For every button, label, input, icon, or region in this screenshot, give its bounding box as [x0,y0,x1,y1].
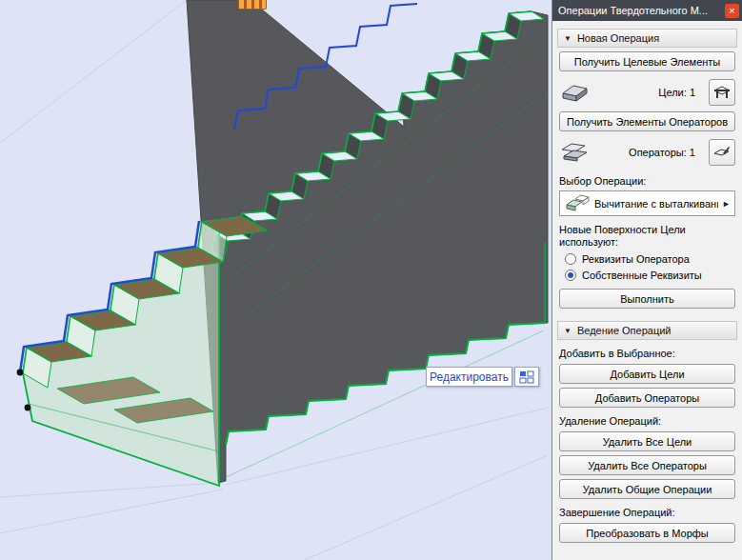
new-surfaces-label: Новые Поверхности Цели используют: [559,224,735,249]
marquee-icon-partial[interactable] [238,0,267,10]
choose-operation-label: Выбор Операции: [559,175,735,188]
3d-scene[interactable] [0,0,551,560]
target-elements-icon [559,80,593,105]
add-targets-button[interactable]: Добавить Цели [559,364,735,384]
delete-operations-label: Удаление Операций: [559,415,735,428]
pick-operator-button[interactable] [709,139,735,166]
operation-icon [564,193,591,214]
solid-operations-panel: Операции Твердотельного М... × ▼ Новая О… [551,0,742,560]
get-operator-elements-button[interactable]: Получить Элементы Операторов [559,111,735,131]
section-new-operation[interactable]: ▼ Новая Операция [557,29,737,48]
panel-title: Операции Твердотельного М... [558,5,725,16]
radio-own-attributes[interactable]: Собственные Реквизиты [565,270,730,281]
radio-operator-attributes[interactable]: Реквизиты Оператора [565,253,730,265]
radio-own-attributes-label: Собственные Реквизиты [582,270,702,281]
delete-all-targets-button[interactable]: Удалить Все Цели [559,431,735,451]
new-surfaces-label-line1: Новые Поверхности Цели [559,224,735,236]
flyout-arrow-icon: ► [722,199,731,209]
delete-common-operations-button[interactable]: Удалить Общие Операции [559,479,735,499]
application-window: Редактировать Операции Твердотельного М.… [0,0,742,560]
new-surfaces-label-line2: используют: [559,236,735,249]
operation-dropdown[interactable]: Вычитание с выталкивание... ► [559,190,735,216]
pick-target-button[interactable] [709,79,735,106]
radio-unselected-icon[interactable] [565,253,576,265]
convert-to-morphs-button[interactable]: Преобразовать в Морфы [559,523,735,543]
add-to-selected-label: Добавить в Выбранное: [559,348,735,360]
execute-button[interactable]: Выполнить [559,289,735,309]
panel-titlebar[interactable]: Операции Твердотельного М... × [552,0,742,21]
operators-count: Операторы: 1 [593,147,709,158]
add-operators-button[interactable]: Добавить Операторы [559,388,735,408]
finish-operations-label: Завершение Операций: [559,507,735,519]
selection-handle[interactable] [17,370,24,376]
pet-palette-icon [519,370,534,384]
selection-handle[interactable] [25,405,31,411]
3d-viewport[interactable]: Редактировать [0,0,551,560]
collapse-triangle-icon: ▼ [564,34,572,43]
spacer [557,309,737,321]
pick-operator-icon [713,145,731,160]
operator-elements-icon [559,140,593,165]
edit-tooltip[interactable]: Редактировать [426,367,512,387]
section-manage-operations-label: Ведение Операций [577,325,672,336]
targets-count: Цели: 1 [593,87,709,98]
delete-all-operators-button[interactable]: Удалить Все Операторы [559,455,735,475]
get-target-elements-button[interactable]: Получить Целевые Элементы [559,51,735,71]
operation-value: Вычитание с выталкивание... [594,198,718,210]
radio-operator-attributes-label: Реквизиты Оператора [582,253,690,265]
operators-row: Операторы: 1 [559,137,735,168]
section-manage-operations[interactable]: ▼ Ведение Операций [557,321,737,340]
edit-tooltip-label: Редактировать [430,370,509,384]
radio-selected-icon[interactable] [565,270,576,281]
collapse-triangle-icon: ▼ [564,327,572,335]
pet-palette-button[interactable] [514,367,539,387]
pick-target-icon [713,85,731,100]
section-new-operation-label: Новая Операция [577,32,659,44]
panel-body: ▼ Новая Операция Получить Целевые Элемен… [552,21,742,560]
panel-close-button[interactable]: × [725,4,739,18]
targets-row: Цели: 1 [559,77,735,108]
